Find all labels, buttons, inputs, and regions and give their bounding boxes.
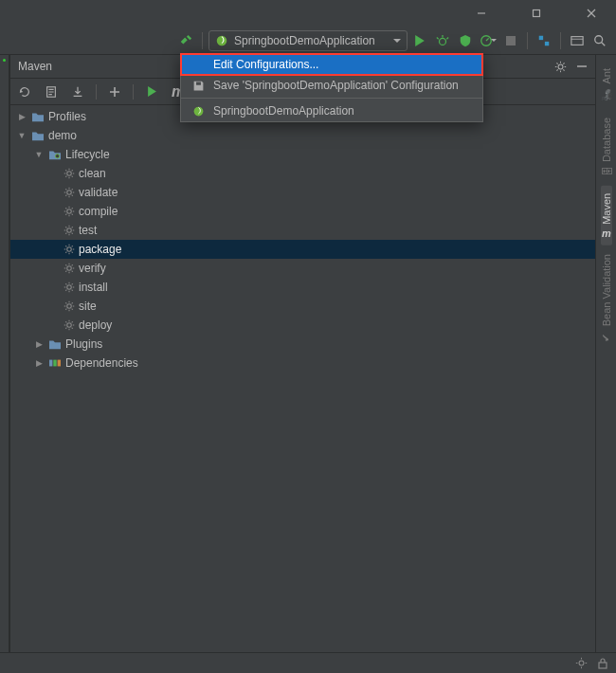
window-titlebar [0, 0, 616, 27]
tree-node-dependencies[interactable]: ▶ Dependencies [10, 354, 595, 373]
svg-line-89 [65, 283, 66, 284]
svg-point-66 [67, 247, 72, 252]
svg-line-24 [563, 69, 564, 70]
svg-line-83 [72, 264, 73, 265]
toolbar-separator [527, 32, 528, 49]
gear-icon [63, 206, 75, 217]
tree-node-lifecycle[interactable]: ▼ Lifecycle [10, 145, 595, 164]
git-branch-icon[interactable] [534, 30, 554, 51]
coverage-button[interactable] [455, 30, 476, 51]
tree-label: test [79, 224, 97, 237]
tree-label: deploy [79, 318, 112, 332]
svg-line-26 [563, 63, 564, 64]
expand-arrow-icon[interactable]: ▶ [33, 358, 45, 368]
status-dot-icon [3, 59, 6, 62]
save-icon [190, 80, 206, 92]
maven-tool-window: Maven m ▶ Profiles ▼ [9, 55, 595, 673]
run-maven-icon[interactable] [143, 83, 160, 100]
status-bar [0, 652, 616, 673]
maven-icon: m [602, 227, 611, 239]
toolwindow-tab-label: Maven [601, 193, 612, 225]
expand-arrow-icon[interactable]: ▶ [16, 112, 27, 121]
menu-item-save-configuration[interactable]: Save 'SpringbootDemoApplication' Configu… [181, 75, 482, 96]
stop-button[interactable] [500, 30, 521, 51]
svg-line-55 [65, 214, 66, 215]
tree-node-lifecycle-verify[interactable]: verify [10, 259, 595, 278]
svg-line-80 [65, 264, 66, 265]
window-maximize-button[interactable] [516, 0, 557, 27]
svg-line-23 [556, 63, 557, 64]
svg-point-29 [55, 155, 59, 158]
svg-point-102 [67, 323, 72, 328]
window-minimize-button[interactable] [461, 0, 502, 27]
reload-icon[interactable] [16, 83, 33, 100]
svg-point-5 [440, 38, 446, 45]
debug-button[interactable] [432, 30, 453, 51]
toolbar-separator [202, 32, 203, 49]
tree-node-lifecycle-package[interactable]: package [10, 240, 595, 259]
tree-label: validate [79, 186, 118, 199]
tree-node-lifecycle-compile[interactable]: compile [10, 202, 595, 221]
bean-icon: ✔ [600, 331, 612, 343]
gear-icon [63, 187, 75, 198]
panel-settings-icon[interactable] [554, 61, 567, 73]
add-icon[interactable] [106, 83, 123, 100]
run-config-selector[interactable]: SpringbootDemoApplication [208, 30, 408, 51]
toolwindow-tab-ant[interactable]: 🐜 Ant [600, 61, 612, 108]
toolwindow-tab-bean-validation[interactable]: ✔ Bean Validation [600, 246, 612, 350]
menu-item-label: SpringbootDemoApplication [213, 104, 354, 118]
menu-item-label: Save 'SpringbootDemoApplication' Configu… [213, 79, 459, 92]
svg-line-100 [65, 309, 66, 310]
status-lock-icon[interactable] [597, 657, 608, 669]
svg-point-18 [558, 64, 563, 69]
menu-item-edit-configurations[interactable]: Edit Configurations... [181, 54, 482, 75]
search-everywhere-icon[interactable] [589, 30, 610, 51]
generate-sources-icon[interactable] [43, 83, 60, 100]
svg-line-90 [72, 290, 73, 291]
svg-line-46 [65, 195, 66, 196]
svg-point-75 [67, 266, 72, 271]
tree-node-lifecycle-test[interactable]: test [10, 221, 595, 240]
tree-label: Dependencies [65, 356, 138, 370]
panel-hide-icon[interactable] [576, 61, 588, 72]
svg-rect-13 [571, 36, 583, 45]
gear-icon [63, 244, 75, 255]
svg-rect-10 [506, 36, 516, 45]
toolwindow-tab-maven[interactable]: m Maven [601, 186, 612, 246]
window-close-button[interactable] [571, 0, 612, 27]
tree-node-demo[interactable]: ▼ demo [10, 126, 595, 145]
svg-rect-113 [58, 360, 61, 367]
tree-node-plugins[interactable]: ▶ Plugins [10, 335, 595, 354]
svg-line-101 [72, 302, 73, 303]
gear-icon [63, 300, 75, 312]
gear-icon [63, 282, 75, 293]
svg-point-39 [67, 191, 72, 195]
collapse-arrow-icon[interactable]: ▼ [33, 150, 45, 159]
run-button[interactable] [409, 30, 430, 51]
tree-node-lifecycle-deploy[interactable]: deploy [10, 316, 595, 335]
build-hammer-icon[interactable] [175, 30, 196, 51]
tree-node-lifecycle-install[interactable]: install [10, 278, 595, 297]
tree-node-lifecycle-validate[interactable]: validate [10, 183, 595, 202]
toolbar-separator [96, 84, 97, 100]
toolwindow-tab-database[interactable]: 🗄 Database [601, 110, 612, 184]
menu-item-run-springboot[interactable]: SpringbootDemoApplication [181, 100, 482, 121]
gear-icon [63, 319, 75, 331]
tree-label: Lifecycle [65, 148, 110, 161]
download-icon[interactable] [69, 83, 86, 100]
tree-node-lifecycle-site[interactable]: site [10, 297, 595, 316]
tree-label: Plugins [65, 337, 102, 351]
ide-settings-icon[interactable] [567, 30, 588, 51]
svg-line-99 [72, 309, 73, 310]
gear-icon [63, 225, 75, 236]
svg-point-30 [67, 172, 72, 176]
svg-line-64 [65, 233, 66, 234]
tree-node-lifecycle-clean[interactable]: clean [10, 164, 595, 183]
status-settings-icon[interactable] [575, 657, 588, 669]
expand-arrow-icon[interactable]: ▶ [33, 339, 45, 349]
svg-line-72 [72, 252, 73, 253]
maven-tree[interactable]: ▶ Profiles ▼ demo ▼ Lifecycle cleanvalid… [10, 105, 595, 673]
collapse-arrow-icon[interactable]: ▼ [16, 131, 27, 140]
profiler-button[interactable] [478, 30, 498, 51]
toolwindow-tab-label: Ant [601, 68, 612, 84]
